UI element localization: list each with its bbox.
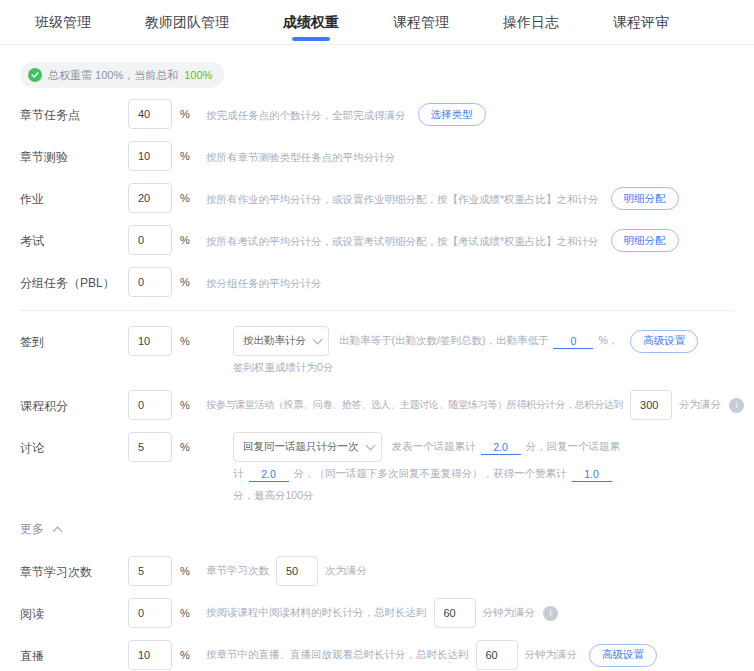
row-label: 章节任务点: [20, 99, 128, 124]
discussion-weight-input[interactable]: [128, 432, 172, 462]
row-description: 按完成任务点的个数计分，全部完成得满分: [206, 99, 406, 123]
percent-unit: %: [180, 183, 196, 204]
percent-unit: %: [180, 99, 196, 120]
signin-desc-1: 出勤率等于(出勤次数/签到总数)，出勤率低于: [339, 334, 548, 348]
tab-course-review[interactable]: 课程评审: [613, 0, 669, 44]
chevron-down-icon: [365, 441, 375, 451]
percent-unit: %: [180, 267, 196, 288]
attendance-rate-threshold-input[interactable]: [553, 333, 593, 349]
percent-unit: %: [180, 598, 196, 619]
percent-unit: %: [180, 141, 196, 162]
signin-desc-3: 签到权重成绩计为0分: [233, 361, 333, 375]
row-live: 直播 % 按章节中的直播、直播回放观看总时长计分，总时长达到 分钟为满分 高级设…: [20, 640, 734, 670]
tab-grade-weight[interactable]: 成绩权重: [283, 0, 339, 44]
row-label: 阅读: [20, 598, 128, 623]
row-label: 考试: [20, 225, 128, 250]
reading-weight-input[interactable]: [128, 598, 172, 628]
live-weight-input[interactable]: [128, 640, 172, 670]
row-group-task: 分组任务（PBL） % 按分组任务的平均分计分: [20, 267, 734, 297]
course-points-desc-1: 按参与课堂活动（投票、问卷、抢答、选人、主题讨论、随堂练习等）所得积分计分，总积…: [206, 398, 623, 412]
row-label: 直播: [20, 640, 128, 665]
discussion-mode-value: 回复同一话题只计分一次: [243, 440, 359, 454]
percent-unit: %: [180, 640, 196, 661]
reading-desc-2: 分钟为满分: [483, 606, 536, 620]
chevron-up-icon: [53, 526, 63, 536]
discussion-seg-2: 分，回复一个话题累: [526, 440, 621, 454]
row-label: 课程积分: [20, 390, 128, 415]
reply-score-input[interactable]: [249, 466, 289, 482]
more-toggle[interactable]: 更多: [20, 521, 61, 538]
discussion-seg-5: 分，最高分100分: [233, 489, 314, 503]
info-icon[interactable]: i: [729, 398, 744, 413]
signin-mode-select[interactable]: 按出勤率计分: [233, 326, 329, 356]
check-circle-icon: [28, 68, 42, 82]
tab-operation-log[interactable]: 操作日志: [503, 0, 559, 44]
row-course-points: 课程积分 % 按参与课堂活动（投票、问卷、抢答、选人、主题讨论、随堂练习等）所得…: [20, 390, 734, 420]
homework-detail-allocation-button[interactable]: 明细分配: [611, 187, 679, 210]
discussion-mode-select[interactable]: 回复同一话题只计分一次: [233, 432, 382, 462]
chapter-study-weight-input[interactable]: [128, 556, 172, 586]
row-description: 按所有作业的平均分计分，或设置作业明细分配，按【作业成绩*权重占比】之和计分: [206, 183, 599, 207]
course-points-weight-input[interactable]: [128, 390, 172, 420]
more-label: 更多: [20, 521, 44, 538]
discussion-seg-1: 发表一个话题累计: [392, 440, 476, 454]
row-discussion: 讨论 % 回复同一话题只计分一次 发表一个话题累计 分，回复一个话题累 计 分，…: [20, 432, 734, 506]
row-label: 作业: [20, 183, 128, 208]
max-points-input[interactable]: [630, 390, 672, 420]
row-label: 分组任务（PBL）: [20, 267, 128, 292]
chapter-study-desc-2: 次为满分: [325, 564, 367, 578]
signin-advanced-settings-button[interactable]: 高级设置: [630, 330, 698, 353]
tab-course-management[interactable]: 课程管理: [393, 0, 449, 44]
reading-desc-1: 按阅读课程中阅读材料的时长计分，总时长达到: [206, 606, 427, 620]
percent-unit: %: [180, 556, 196, 577]
chapter-quiz-weight-input[interactable]: [128, 141, 172, 171]
live-desc-1: 按章节中的直播、直播回放观看总时长计分，总时长达到: [206, 648, 469, 662]
study-times-input[interactable]: [276, 556, 318, 586]
row-task-points: 章节任务点 % 按完成任务点的个数计分，全部完成得满分 选择类型: [20, 99, 734, 129]
select-type-button[interactable]: 选择类型: [418, 103, 486, 126]
chevron-down-icon: [313, 335, 323, 345]
row-exam: 考试 % 按所有考试的平均分计分，或设置考试明细分配，按【考试成绩*权重占比】之…: [20, 225, 734, 255]
signin-weight-input[interactable]: [128, 326, 172, 356]
tab-teacher-team[interactable]: 教师团队管理: [145, 0, 229, 44]
tab-bar: 班级管理 教师团队管理 成绩权重 课程管理 操作日志 课程评审: [0, 0, 754, 45]
row-description: 按所有章节测验类型任务点的平均分计分: [206, 141, 395, 165]
chapter-study-desc-1: 章节学习次数: [206, 564, 269, 578]
row-label: 讨论: [20, 432, 128, 457]
row-description: 按分组任务的平均分计分: [206, 267, 322, 291]
discussion-seg-3: 计: [233, 467, 244, 481]
total-weight-notice: 总权重需 100%，当前总和 100%: [20, 62, 224, 88]
topic-score-input[interactable]: [481, 439, 521, 455]
live-minutes-input[interactable]: [476, 640, 518, 670]
homework-weight-input[interactable]: [128, 183, 172, 213]
percent-unit: %: [180, 225, 196, 246]
row-reading: 阅读 % 按阅读课程中阅读材料的时长计分，总时长达到 分钟为满分 i: [20, 598, 734, 628]
row-signin: 签到 % 按出勤率计分 出勤率等于(出勤次数/签到总数)，出勤率低于 %， 高级…: [20, 326, 734, 378]
signin-mode-value: 按出勤率计分: [243, 334, 306, 348]
row-homework: 作业 % 按所有作业的平均分计分，或设置作业明细分配，按【作业成绩*权重占比】之…: [20, 183, 734, 213]
live-desc-2: 分钟为满分: [525, 648, 578, 662]
percent-unit: %: [180, 432, 196, 453]
grade-weight-panel: 总权重需 100%，当前总和 100% 章节任务点 % 按完成任务点的个数计分，…: [0, 45, 754, 671]
row-chapter-quiz: 章节测验 % 按所有章节测验类型任务点的平均分计分: [20, 141, 734, 171]
exam-detail-allocation-button[interactable]: 明细分配: [611, 229, 679, 252]
like-score-input[interactable]: [572, 466, 612, 482]
row-label: 签到: [20, 326, 128, 351]
course-points-desc-2: 分为满分: [679, 398, 721, 412]
section-divider: [20, 310, 734, 311]
notice-text: 总权重需 100%，当前总和: [48, 68, 178, 83]
exam-weight-input[interactable]: [128, 225, 172, 255]
task-points-weight-input[interactable]: [128, 99, 172, 129]
row-description: 按所有考试的平均分计分，或设置考试明细分配，按【考试成绩*权重占比】之和计分: [206, 225, 599, 249]
reading-minutes-input[interactable]: [434, 598, 476, 628]
discussion-seg-4: 分，（同一话题下多次回复不重复得分），获得一个赞累计: [294, 467, 567, 481]
group-task-weight-input[interactable]: [128, 267, 172, 297]
row-chapter-study: 章节学习次数 % 章节学习次数 次为满分: [20, 556, 734, 586]
tab-class-management[interactable]: 班级管理: [35, 0, 91, 44]
row-label: 章节学习次数: [20, 556, 128, 581]
row-label: 章节测验: [20, 141, 128, 166]
info-icon[interactable]: i: [543, 606, 558, 621]
notice-current-total: 100%: [184, 69, 212, 81]
signin-desc-2: %，: [598, 334, 618, 348]
live-advanced-settings-button[interactable]: 高级设置: [589, 644, 657, 667]
